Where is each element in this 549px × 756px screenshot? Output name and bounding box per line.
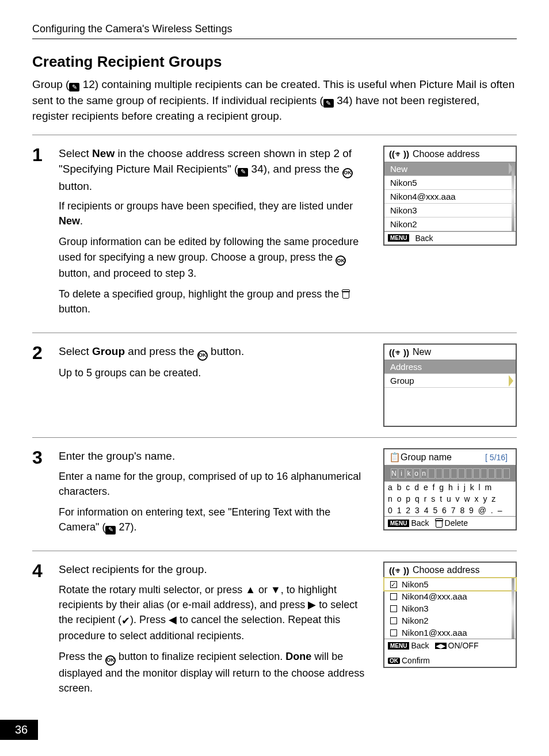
figure-title: Group name <box>401 452 452 463</box>
entry-field: N i k o n <box>384 465 516 482</box>
cam-item-selected: New <box>384 162 516 176</box>
breadcrumb: Configuring the Camera's Wireless Settin… <box>32 23 517 39</box>
step-3-note-2: For information on entering text, see "E… <box>59 505 367 534</box>
wifi-icon: ((ᯤ)) <box>389 348 409 357</box>
intro-paragraph: Group (✎ 12) containing multiple recipie… <box>32 77 517 124</box>
scrollbar <box>512 578 514 639</box>
check-icon: ✔ <box>121 613 130 628</box>
ok-icon: OK <box>336 255 346 266</box>
step-2: 2 Select Group and press the OK button. … <box>32 343 517 427</box>
recipient-item: Nikon1@xxx.aaa <box>384 627 516 639</box>
cam-item: Address <box>384 360 516 374</box>
scrollbar <box>512 162 514 231</box>
figure-title: Choose address <box>413 565 480 575</box>
step-number: 2 <box>32 343 48 427</box>
step-3-note-1: Enter a name for the group, comprised of… <box>59 469 367 499</box>
checkbox <box>390 629 397 636</box>
step-3: 3 Enter the group's name. Enter a name f… <box>32 448 517 540</box>
checkbox-checked <box>390 581 397 588</box>
step-number: 1 <box>32 146 48 323</box>
section-title: Creating Recipient Groups <box>32 53 517 71</box>
cam-item: Nikon3 <box>384 204 516 217</box>
step-number: 3 <box>32 448 48 540</box>
list-icon: 📋 <box>389 452 397 463</box>
ref-icon: ✎ <box>323 99 334 108</box>
menu-chip: MENU <box>388 520 409 527</box>
step-1: 1 Select New in the choose address scree… <box>32 146 517 323</box>
figure-text-entry: 📋Group name[ 5/16] N i k o n a b c d e f… <box>383 448 517 530</box>
ok-icon: OK <box>105 655 116 666</box>
foot-back: Back <box>411 518 429 528</box>
recipient-item: Nikon4@xxx.aaa <box>384 590 516 602</box>
step-1-lead: Select New in the choose address screen … <box>59 146 367 194</box>
menu-chip: MENU <box>388 234 409 242</box>
menu-chip: MENU <box>388 642 409 650</box>
checkbox <box>390 593 397 600</box>
char-counter: [ 5/16] <box>485 453 511 462</box>
ref-icon: ✎ <box>238 168 248 177</box>
step-4: 4 Select recipients for the group. Rotat… <box>32 562 517 701</box>
ok-chip: OK <box>388 658 400 664</box>
figure-select-recipients: ((ᯤ))Choose address Nikon5 Nikon4@xxx.aa… <box>383 562 517 668</box>
foot-onoff: ON/OFF <box>448 641 479 650</box>
lr-chip: ◀▶ <box>435 643 447 649</box>
step-4-note-1: Rotate the rotary multi selector, or pre… <box>59 582 367 643</box>
step-4-lead: Select recipients for the group. <box>59 562 367 578</box>
figure-choose-address: ((ᯤ))Choose address New Nikon5 Nikon4@xx… <box>383 146 517 246</box>
recipient-item: Nikon2 <box>384 614 516 627</box>
foot-back: Back <box>415 234 433 243</box>
foot-back: Back <box>411 641 429 650</box>
step-4-note-2: Press the OK button to finalize recipien… <box>59 649 367 696</box>
step-2-lead: Select Group and press the OK button. <box>59 343 367 361</box>
step-number: 4 <box>32 562 48 701</box>
trash-icon <box>435 518 443 528</box>
figure-new-menu: ((ᯤ))New Address Group <box>383 343 517 427</box>
trash-icon <box>342 289 350 299</box>
cam-item-selected: Group <box>384 374 516 388</box>
step-1-note-1: If recipients or groups have been specif… <box>59 198 367 228</box>
step-1-note-3: To delete a specified group, highlight t… <box>59 287 367 316</box>
step-2-note: Up to 5 groups can be created. <box>59 365 367 380</box>
page-number: 36 <box>0 720 38 740</box>
foot-confirm: Confirm <box>402 656 430 665</box>
step-1-note-2: Group information can be edited by follo… <box>59 234 367 281</box>
ok-icon: OK <box>342 168 353 178</box>
wifi-icon: ((ᯤ)) <box>389 566 409 575</box>
figure-title: Choose address <box>413 149 480 159</box>
recipient-item-selected: Nikon5 <box>384 578 516 590</box>
checkbox <box>390 605 397 612</box>
ok-icon: OK <box>197 350 208 361</box>
keyboard: a b c d e f g h i j k l m n o p q r s t … <box>384 482 516 516</box>
ref-icon: ✎ <box>69 83 79 91</box>
wifi-icon: ((ᯤ)) <box>389 149 409 159</box>
recipient-item: Nikon3 <box>384 602 516 614</box>
cam-item: Nikon4@xxx.aaa <box>384 190 516 204</box>
checkbox <box>390 617 397 624</box>
cam-item: Nikon2 <box>384 217 516 231</box>
foot-delete: Delete <box>445 518 468 528</box>
cam-item: Nikon5 <box>384 176 516 190</box>
figure-title: New <box>413 347 431 357</box>
step-3-lead: Enter the group's name. <box>59 448 367 464</box>
ref-icon: ✎ <box>105 526 116 534</box>
